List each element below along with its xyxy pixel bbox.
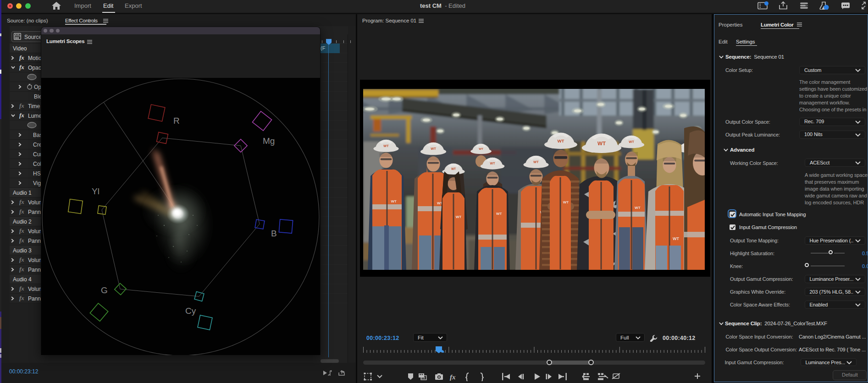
svg-text:Cy: Cy (185, 306, 196, 316)
svg-text:G: G (101, 285, 108, 295)
svg-text:R: R (173, 116, 180, 126)
svg-text:B: B (271, 229, 277, 238)
svg-text:Mg: Mg (263, 136, 275, 146)
svg-text:fx: fx (450, 373, 456, 381)
svg-text:Yl: Yl (92, 186, 100, 196)
